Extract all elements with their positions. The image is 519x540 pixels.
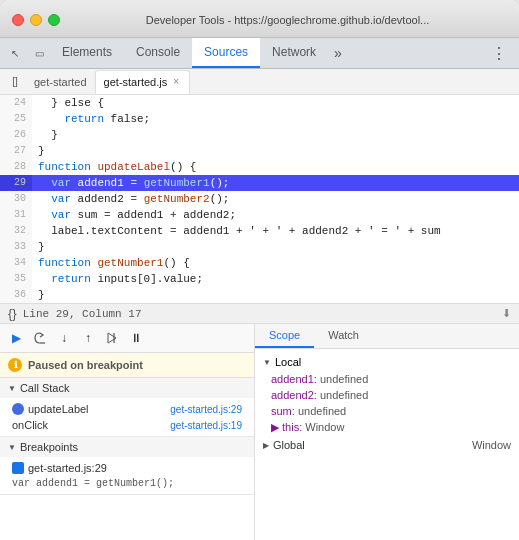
global-val: Window <box>472 439 511 451</box>
resume-button[interactable]: ▶ <box>6 328 26 348</box>
call-stack-content: updateLabel get-started.js:29 onClick ge… <box>0 398 254 436</box>
code-line-32: 32 label.textContent = addend1 + ' + ' +… <box>0 223 519 239</box>
cursor-brace-icon: {} <box>8 306 17 321</box>
tab-console[interactable]: Console <box>124 38 192 68</box>
stack-fn-2: onClick <box>12 419 166 431</box>
step-over-button[interactable] <box>30 328 50 348</box>
breakpoints-section: ▼ Breakpoints get-started.js:29 var adde… <box>0 437 254 495</box>
device-icon[interactable]: ▭ <box>28 42 50 64</box>
stack-fn-1: updateLabel <box>28 403 166 415</box>
stack-file-2: get-started.js:19 <box>170 420 242 431</box>
code-line-36: 36 } <box>0 287 519 303</box>
call-stack-title: Call Stack <box>20 382 70 394</box>
tab-bar-left: ↖ ▭ <box>4 42 50 64</box>
pause-exceptions-button[interactable]: ⏸ <box>126 328 146 348</box>
tab-network[interactable]: Network <box>260 38 328 68</box>
debugger-panel: ▶ ↓ ↑ <box>0 324 255 540</box>
scope-var-this[interactable]: ▶ this: Window <box>255 419 519 436</box>
paused-text: Paused on breakpoint <box>28 359 143 371</box>
global-triangle: ▶ <box>263 441 269 450</box>
breakpoint-checkbox-1[interactable] <box>12 462 24 474</box>
global-title: Global <box>273 439 305 451</box>
scope-panel: Scope Watch ▼ Local addend1: undefined a… <box>255 324 519 540</box>
stack-item-updatelabel[interactable]: updateLabel get-started.js:29 <box>8 401 246 417</box>
paused-banner: ℹ Paused on breakpoint <box>0 353 254 378</box>
stack-file-1: get-started.js:29 <box>170 404 242 415</box>
code-line-30: 30 var addend2 = getNumber2(); <box>0 191 519 207</box>
breakpoints-triangle: ▼ <box>8 443 16 452</box>
breakpoint-item-1[interactable]: get-started.js:29 <box>8 460 246 476</box>
traffic-lights <box>12 14 60 26</box>
code-line-28: 28 function updateLabel() { <box>0 159 519 175</box>
breakpoint-code-1: var addend1 = getNumber1(); <box>8 476 246 491</box>
breakpoints-content: get-started.js:29 var addend1 = getNumbe… <box>0 457 254 494</box>
step-into-button[interactable]: ↓ <box>54 328 74 348</box>
file-tab-close-icon[interactable]: × <box>171 76 181 87</box>
cursor-icon[interactable]: ↖ <box>4 42 26 64</box>
code-line-33: 33 } <box>0 239 519 255</box>
stack-item-icon-1 <box>12 403 24 415</box>
file-tab-get-started-js[interactable]: get-started.js × <box>95 70 190 94</box>
file-tab-bar: [] get-started get-started.js × <box>0 69 519 95</box>
breakpoints-header[interactable]: ▼ Breakpoints <box>0 437 254 457</box>
devtools-menu-button[interactable]: ⋮ <box>483 44 515 63</box>
local-title: Local <box>275 356 301 368</box>
local-triangle: ▼ <box>263 358 271 367</box>
scope-tab-bar: Scope Watch <box>255 324 519 349</box>
code-line-27: 27 } <box>0 143 519 159</box>
global-section-header[interactable]: ▶ Global Window <box>255 436 519 454</box>
scope-var-addend2: addend2: undefined <box>255 387 519 403</box>
call-stack-triangle: ▼ <box>8 384 16 393</box>
tab-sources[interactable]: Sources <box>192 38 260 68</box>
maximize-button[interactable] <box>48 14 60 26</box>
code-line-34: 34 function getNumber1() { <box>0 255 519 271</box>
main-area: 24 } else { 25 return false; 26 } 27 } 2… <box>0 95 519 540</box>
step-out-button[interactable]: ↑ <box>78 328 98 348</box>
tab-elements[interactable]: Elements <box>50 38 124 68</box>
devtools-window: Developer Tools - https://googlechrome.g… <box>0 0 519 540</box>
code-editor[interactable]: 24 } else { 25 return false; 26 } 27 } 2… <box>0 95 519 303</box>
tabs-more-button[interactable]: » <box>328 45 348 61</box>
cursor-position: Line 29, Column 17 <box>23 308 496 320</box>
devtools-tab-bar: ↖ ▭ Elements Console Sources Network » ⋮ <box>0 38 519 69</box>
step-button[interactable] <box>102 328 122 348</box>
stack-item-onclick[interactable]: onClick get-started.js:19 <box>8 417 246 433</box>
code-line-24: 24 } else { <box>0 95 519 111</box>
window-title: Developer Tools - https://googlechrome.g… <box>68 14 507 26</box>
code-line-35: 35 return inputs[0].value; <box>0 271 519 287</box>
code-line-25: 25 return false; <box>0 111 519 127</box>
info-icon: ℹ <box>8 358 22 372</box>
debugger-toolbar: ▶ ↓ ↑ <box>0 324 254 353</box>
file-tab-get-started[interactable]: get-started <box>26 70 95 94</box>
cursor-status-bar: {} Line 29, Column 17 ⬇ <box>0 303 519 323</box>
close-button[interactable] <box>12 14 24 26</box>
scroll-indicator: ⬇ <box>502 307 511 320</box>
code-line-26: 26 } <box>0 127 519 143</box>
tab-scope[interactable]: Scope <box>255 324 314 348</box>
scope-var-sum: sum: undefined <box>255 403 519 419</box>
scope-content: ▼ Local addend1: undefined addend2: unde… <box>255 349 519 540</box>
breakpoint-label-1: get-started.js:29 <box>28 462 107 474</box>
code-line-29: 29 var addend1 = getNumber1(); <box>0 175 519 191</box>
call-stack-section: ▼ Call Stack updateLabel get-started.js:… <box>0 378 254 437</box>
tab-watch[interactable]: Watch <box>314 324 373 348</box>
minimize-button[interactable] <box>30 14 42 26</box>
scope-var-addend1: addend1: undefined <box>255 371 519 387</box>
code-line-31: 31 var sum = addend1 + addend2; <box>0 207 519 223</box>
file-navigator-toggle[interactable]: [] <box>4 71 26 93</box>
title-bar: Developer Tools - https://googlechrome.g… <box>0 0 519 38</box>
devtools-tabs: Elements Console Sources Network » <box>50 38 483 68</box>
bottom-panel: ▶ ↓ ↑ <box>0 323 519 540</box>
local-section-header[interactable]: ▼ Local <box>255 353 519 371</box>
call-stack-header[interactable]: ▼ Call Stack <box>0 378 254 398</box>
breakpoints-title: Breakpoints <box>20 441 78 453</box>
